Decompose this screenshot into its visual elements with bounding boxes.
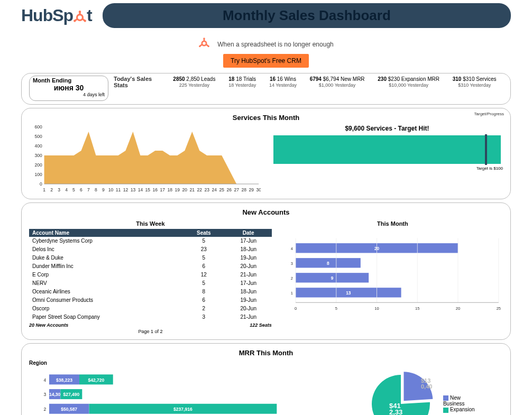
svg-text:20: 20 bbox=[456, 306, 460, 311]
svg-text:23: 23 bbox=[205, 187, 210, 192]
svg-text:30: 30 bbox=[256, 187, 261, 192]
svg-text:12: 12 bbox=[123, 187, 129, 192]
hubspot-logo: HubSpt bbox=[21, 6, 92, 25]
svg-text:17: 17 bbox=[160, 187, 166, 192]
table-row: Delos Inc2318-Jun bbox=[29, 245, 272, 254]
svg-text:4: 4 bbox=[44, 377, 47, 383]
svg-text:8: 8 bbox=[95, 187, 97, 192]
svg-text:29: 29 bbox=[249, 187, 254, 192]
svg-text:100: 100 bbox=[34, 172, 42, 177]
svg-text:0: 0 bbox=[295, 306, 297, 311]
svg-text:20: 20 bbox=[182, 187, 188, 192]
svg-text:15: 15 bbox=[145, 187, 151, 192]
table-row: Omni Consumer Products619-Jun bbox=[29, 296, 272, 305]
accounts-table: Account NameSeatsDate Cyberdyne Systems … bbox=[29, 229, 272, 321]
svg-point-4 bbox=[79, 11, 81, 13]
svg-text:13: 13 bbox=[131, 187, 136, 192]
svg-text:400: 400 bbox=[34, 143, 42, 149]
svg-text:$237,916: $237,916 bbox=[173, 407, 192, 412]
svg-text:$50,587: $50,587 bbox=[61, 407, 77, 412]
services-target-note: Target/Progress bbox=[474, 112, 504, 116]
svg-text:6: 6 bbox=[80, 187, 82, 192]
table-row: Dunder Mifflin Inc620-Jun bbox=[29, 262, 272, 271]
svg-text:26: 26 bbox=[226, 187, 232, 192]
table-row: Oscorp220-Jun bbox=[29, 305, 272, 313]
svg-text:18: 18 bbox=[168, 187, 173, 192]
todays-sales-title: Today's Sales Stats bbox=[114, 76, 167, 88]
mrr-panel: MRR This Month Region 4$38,223$42,7203$1… bbox=[21, 343, 511, 415]
table-row: Oceanic Airlines818-Jun bbox=[29, 288, 272, 296]
svg-text:1: 1 bbox=[43, 187, 45, 192]
stat-cell: 2850 2,850 Leads225 Yesterday bbox=[173, 76, 215, 89]
svg-marker-21 bbox=[44, 132, 259, 184]
mrr-legend: NewBusiness Expansion bbox=[443, 395, 475, 413]
table-row: NERV517-Jun bbox=[29, 279, 272, 288]
svg-text:8: 8 bbox=[327, 261, 329, 266]
stat-cell: 230 $230 Expansion MRR$10,000 Yesterday bbox=[378, 76, 439, 89]
svg-point-6 bbox=[84, 20, 86, 22]
accounts-page: Page 1 of 2 bbox=[29, 329, 272, 334]
svg-text:$130,40: $130,40 bbox=[421, 377, 432, 390]
svg-text:1: 1 bbox=[291, 291, 293, 296]
svg-text:13: 13 bbox=[346, 290, 351, 296]
accounts-bar-chart: 42038291130510152025 bbox=[282, 229, 503, 319]
mrr-stacked-bar-chart: 4$38,223$42,7203$14,305$27,4902$50,587$2… bbox=[29, 366, 331, 415]
svg-text:11: 11 bbox=[116, 187, 121, 192]
svg-text:14: 14 bbox=[138, 187, 143, 192]
sprocket-icon bbox=[73, 6, 87, 25]
services-progress-bar bbox=[273, 135, 501, 164]
this-month-label: This Month bbox=[282, 220, 503, 227]
month-ending-box: Month Ending июня 30 4 days left bbox=[29, 76, 108, 101]
svg-text:22: 22 bbox=[197, 187, 203, 192]
svg-text:3: 3 bbox=[291, 261, 293, 266]
logo-pre: HubSp bbox=[21, 6, 73, 25]
services-target-caption: $9,600 Services - Target Hit! bbox=[271, 125, 503, 132]
svg-text:25: 25 bbox=[219, 187, 224, 192]
services-panel: Services This Month Target/Progress 0100… bbox=[21, 108, 511, 199]
svg-text:28: 28 bbox=[241, 187, 246, 192]
legend-expansion: Expansion bbox=[450, 407, 475, 412]
stat-cell: 18 18 Trials18 Yesterday bbox=[228, 76, 256, 89]
svg-text:25: 25 bbox=[496, 306, 500, 311]
services-area-chart: 0100200300400500600123456789101112131415… bbox=[29, 125, 261, 193]
svg-point-11 bbox=[204, 38, 205, 39]
svg-text:3: 3 bbox=[44, 392, 47, 398]
svg-text:9: 9 bbox=[102, 187, 105, 192]
svg-text:16: 16 bbox=[153, 187, 158, 192]
svg-text:7: 7 bbox=[87, 187, 90, 192]
page-title: Monthly Sales Dashboard bbox=[223, 7, 391, 23]
svg-text:5: 5 bbox=[72, 187, 75, 192]
svg-text:500: 500 bbox=[34, 134, 42, 139]
svg-text:600: 600 bbox=[34, 125, 42, 130]
svg-text:24: 24 bbox=[212, 187, 217, 192]
svg-text:200: 200 bbox=[34, 162, 42, 168]
try-crm-button[interactable]: Try HubSpot's Free CRM bbox=[223, 54, 309, 68]
accounts-panel: New Accounts This Week Account NameSeats… bbox=[21, 202, 511, 340]
svg-text:2: 2 bbox=[291, 276, 293, 281]
svg-text:$412,337: $412,337 bbox=[389, 402, 402, 415]
month-ending-label: Month Ending bbox=[33, 77, 105, 84]
svg-text:19: 19 bbox=[175, 187, 180, 192]
stat-cell: 6794 $6,794 New MRR$1,000 Yesterday bbox=[310, 76, 365, 89]
table-row: Duke & Duke519-Jun bbox=[29, 254, 272, 262]
svg-point-12 bbox=[199, 45, 200, 47]
table-row: E Corp1221-Jun bbox=[29, 271, 272, 279]
title-bar: Monthly Sales Dashboard bbox=[103, 3, 511, 28]
svg-text:$42,720: $42,720 bbox=[88, 377, 104, 383]
stats-panel: Month Ending июня 30 4 days left Today's… bbox=[21, 73, 511, 105]
svg-text:2: 2 bbox=[50, 187, 53, 192]
services-target-block: $9,600 Services - Target Hit! Target is … bbox=[271, 125, 503, 171]
accounts-title: New Accounts bbox=[29, 207, 503, 219]
promo-text: When a spreadsheet is no longer enough bbox=[217, 41, 334, 48]
stat-cell: 16 16 Wins14 Yesterday bbox=[269, 76, 297, 89]
svg-text:2: 2 bbox=[44, 407, 47, 412]
stat-cell: 310 $310 Services$310 Yesterday bbox=[453, 76, 497, 89]
services-title: Services This Month bbox=[29, 113, 503, 125]
svg-text:10: 10 bbox=[374, 306, 379, 311]
svg-text:21: 21 bbox=[190, 187, 195, 192]
mrr-title: MRR This Month bbox=[29, 348, 503, 360]
svg-text:4: 4 bbox=[291, 246, 293, 251]
table-row: Paper Street Soap Company321-Jun bbox=[29, 313, 272, 321]
this-week-label: This Week bbox=[29, 220, 272, 227]
mrr-pie-block: $412,337$130,40 NewBusiness Expansion bbox=[336, 360, 503, 415]
